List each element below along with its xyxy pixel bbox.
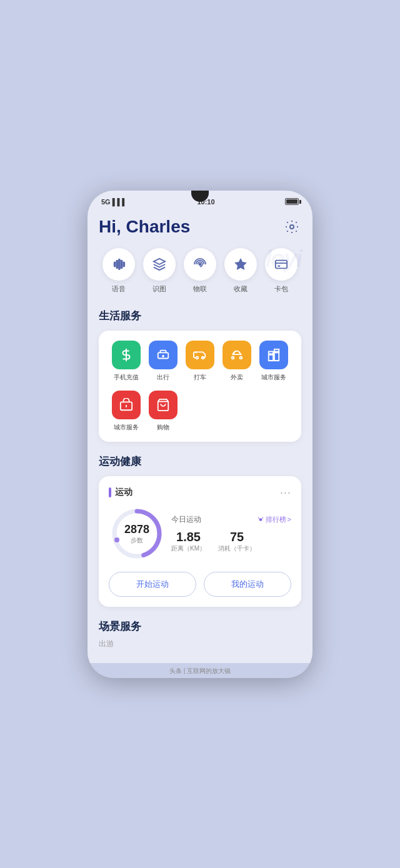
health-card: 运动 ··· 2878 步数 [99,476,301,607]
trophy-icon [257,516,264,523]
quick-action-card[interactable]: 卡包 [261,248,301,294]
calories-stat: 75 消耗（千卡） [218,530,256,553]
step-circle: 2878 步数 [109,506,165,562]
collect-label: 收藏 [234,284,248,294]
service-recharge[interactable]: 手机充值 [109,341,143,382]
service-food[interactable]: 外卖 [220,341,254,382]
svg-point-17 [232,356,234,359]
svg-rect-2 [117,260,118,268]
health-section-title: 运动健康 [99,454,301,469]
svg-rect-20 [274,349,279,360]
svg-marker-7 [235,258,246,269]
svg-rect-5 [124,262,125,266]
voice-label: 语音 [112,284,126,294]
distance-stat: 1.85 距离（KM） [171,530,206,553]
svg-rect-23 [272,354,274,355]
svg-point-15 [196,356,199,359]
services-grid: 手机充值 出行 [109,341,291,432]
city1-icon [259,341,288,369]
quick-actions-row: 语音 识图 [99,248,301,294]
identify-icon [143,248,176,281]
footer: 头条 | 互联网的放大镜 [88,663,312,678]
shop-label: 购物 [157,423,169,432]
ranking-chevron: > [288,516,291,523]
scene-subtitle: 出游 [99,639,301,649]
food-icon [222,341,251,369]
svg-rect-1 [114,262,116,266]
stats-row: 1.85 距离（KM） 75 消耗（千卡） [171,530,291,553]
svg-rect-22 [270,354,271,355]
card-label: 卡包 [274,284,288,294]
signal-bars: ▌▌▌ [112,198,127,206]
travel-icon [149,341,178,369]
iot-icon [184,248,216,281]
quick-action-identify[interactable]: 识图 [139,248,180,294]
identify-label: 识图 [152,284,166,294]
step-label: 步数 [124,536,149,544]
food-label: 外卖 [231,373,243,382]
start-exercise-button[interactable]: 开始运动 [109,572,196,597]
service-travel[interactable]: 出行 [146,341,180,382]
taxi-label: 打车 [194,373,206,382]
health-more-button[interactable]: ··· [280,486,291,499]
svg-point-0 [290,225,294,229]
ranking-text: 排行榜 [266,515,286,524]
distance-label: 距离（KM） [171,544,206,553]
ranking-link[interactable]: 排行榜 > [257,515,291,524]
service-city1[interactable]: 城市服务 [257,341,291,382]
signal-area: 5G ▌▌▌ [101,198,127,206]
svg-rect-25 [278,351,279,352]
life-services-card: 手机充值 出行 [99,331,301,442]
svg-point-16 [202,356,204,359]
recharge-label: 手机充值 [114,373,139,382]
quick-action-collect[interactable]: 收藏 [220,248,261,294]
shop-icon [149,391,178,419]
main-scroll: loyi Hi, Charles [88,208,312,663]
health-content: 2878 步数 今日运动 排行榜 > [109,506,291,562]
svg-point-6 [199,263,201,265]
iot-label: 物联 [193,284,207,294]
circle-center: 2878 步数 [124,522,149,544]
purple-accent-bar [109,487,111,497]
svg-rect-3 [119,259,120,269]
service-taxi[interactable]: 打车 [182,341,217,382]
card-icon [265,248,298,281]
calories-label: 消耗（千卡） [218,544,256,553]
calories-value: 75 [218,530,256,544]
svg-point-18 [240,356,242,359]
recharge-icon [112,341,141,369]
svg-rect-8 [275,260,286,268]
my-exercise-button[interactable]: 我的运动 [204,572,291,597]
scene-services-title: 场景服务 [99,619,301,634]
settings-button[interactable] [282,217,301,236]
app-header: Hi, Charles [99,217,301,237]
service-city2[interactable]: 城市服务 [109,391,143,432]
svg-point-31 [114,537,119,542]
network-type: 5G [101,198,111,206]
battery-fill [286,199,298,204]
health-buttons: 开始运动 我的运动 [109,572,291,597]
svg-rect-24 [276,351,277,352]
svg-rect-4 [121,260,122,268]
greeting-title: Hi, Charles [99,217,190,237]
health-stats: 今日运动 排行榜 > 1.85 距离（KM） [171,514,291,553]
city2-icon [112,391,141,419]
city2-label: 城市服务 [114,423,139,432]
travel-label: 出行 [157,373,169,382]
quick-action-iot[interactable]: 物联 [180,248,221,294]
step-count: 2878 [124,522,149,536]
distance-value: 1.85 [171,530,206,544]
battery-icon [285,198,299,205]
health-card-header: 运动 ··· [109,486,291,499]
city1-label: 城市服务 [261,373,286,382]
today-label: 今日运动 [171,514,201,525]
voice-icon [102,248,135,281]
service-shop[interactable]: 购物 [146,391,180,432]
collect-icon [224,248,257,281]
today-header: 今日运动 排行榜 > [171,514,291,525]
taxi-icon [186,341,214,369]
health-card-title-text: 运动 [115,487,132,498]
quick-action-voice[interactable]: 语音 [99,248,139,294]
health-title-row: 运动 [109,487,132,498]
life-services-title: 生活服务 [99,309,301,323]
